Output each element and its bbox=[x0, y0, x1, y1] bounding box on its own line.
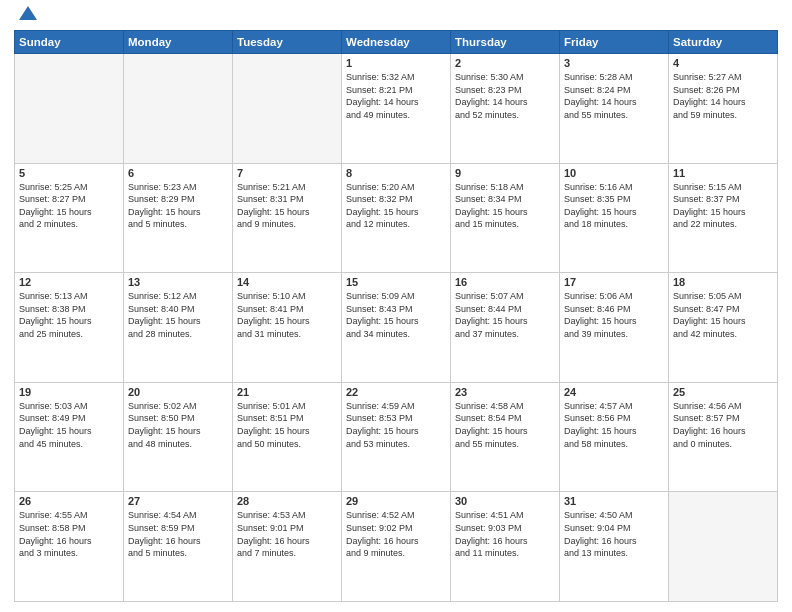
day-number: 12 bbox=[19, 276, 119, 288]
day-of-week-header: Sunday bbox=[15, 31, 124, 54]
day-info: Sunrise: 4:55 AM Sunset: 8:58 PM Dayligh… bbox=[19, 509, 119, 559]
calendar-day-cell: 2Sunrise: 5:30 AM Sunset: 8:23 PM Daylig… bbox=[451, 54, 560, 164]
day-number: 19 bbox=[19, 386, 119, 398]
day-info: Sunrise: 4:52 AM Sunset: 9:02 PM Dayligh… bbox=[346, 509, 446, 559]
calendar-header: SundayMondayTuesdayWednesdayThursdayFrid… bbox=[15, 31, 778, 54]
day-of-week-header: Saturday bbox=[669, 31, 778, 54]
calendar-day-cell: 4Sunrise: 5:27 AM Sunset: 8:26 PM Daylig… bbox=[669, 54, 778, 164]
day-of-week-header: Tuesday bbox=[233, 31, 342, 54]
calendar-day-cell: 23Sunrise: 4:58 AM Sunset: 8:54 PM Dayli… bbox=[451, 382, 560, 492]
calendar-day-cell: 7Sunrise: 5:21 AM Sunset: 8:31 PM Daylig… bbox=[233, 163, 342, 273]
day-number: 28 bbox=[237, 495, 337, 507]
logo-icon bbox=[17, 2, 39, 24]
day-info: Sunrise: 4:54 AM Sunset: 8:59 PM Dayligh… bbox=[128, 509, 228, 559]
day-number: 14 bbox=[237, 276, 337, 288]
day-info: Sunrise: 5:21 AM Sunset: 8:31 PM Dayligh… bbox=[237, 181, 337, 231]
day-info: Sunrise: 5:03 AM Sunset: 8:49 PM Dayligh… bbox=[19, 400, 119, 450]
day-of-week-header: Thursday bbox=[451, 31, 560, 54]
day-number: 1 bbox=[346, 57, 446, 69]
calendar-day-cell: 17Sunrise: 5:06 AM Sunset: 8:46 PM Dayli… bbox=[560, 273, 669, 383]
calendar-day-cell: 6Sunrise: 5:23 AM Sunset: 8:29 PM Daylig… bbox=[124, 163, 233, 273]
day-number: 26 bbox=[19, 495, 119, 507]
day-info: Sunrise: 5:13 AM Sunset: 8:38 PM Dayligh… bbox=[19, 290, 119, 340]
calendar-day-cell: 8Sunrise: 5:20 AM Sunset: 8:32 PM Daylig… bbox=[342, 163, 451, 273]
logo bbox=[14, 10, 39, 24]
calendar-day-cell: 3Sunrise: 5:28 AM Sunset: 8:24 PM Daylig… bbox=[560, 54, 669, 164]
calendar-day-cell: 10Sunrise: 5:16 AM Sunset: 8:35 PM Dayli… bbox=[560, 163, 669, 273]
calendar-day-cell: 30Sunrise: 4:51 AM Sunset: 9:03 PM Dayli… bbox=[451, 492, 560, 602]
day-info: Sunrise: 5:16 AM Sunset: 8:35 PM Dayligh… bbox=[564, 181, 664, 231]
day-number: 2 bbox=[455, 57, 555, 69]
day-number: 29 bbox=[346, 495, 446, 507]
day-info: Sunrise: 4:57 AM Sunset: 8:56 PM Dayligh… bbox=[564, 400, 664, 450]
day-number: 30 bbox=[455, 495, 555, 507]
calendar-day-cell: 19Sunrise: 5:03 AM Sunset: 8:49 PM Dayli… bbox=[15, 382, 124, 492]
calendar-day-cell: 25Sunrise: 4:56 AM Sunset: 8:57 PM Dayli… bbox=[669, 382, 778, 492]
day-info: Sunrise: 5:15 AM Sunset: 8:37 PM Dayligh… bbox=[673, 181, 773, 231]
calendar-day-cell: 15Sunrise: 5:09 AM Sunset: 8:43 PM Dayli… bbox=[342, 273, 451, 383]
calendar-day-cell: 1Sunrise: 5:32 AM Sunset: 8:21 PM Daylig… bbox=[342, 54, 451, 164]
calendar-week-row: 5Sunrise: 5:25 AM Sunset: 8:27 PM Daylig… bbox=[15, 163, 778, 273]
day-info: Sunrise: 5:30 AM Sunset: 8:23 PM Dayligh… bbox=[455, 71, 555, 121]
day-number: 17 bbox=[564, 276, 664, 288]
day-info: Sunrise: 5:07 AM Sunset: 8:44 PM Dayligh… bbox=[455, 290, 555, 340]
calendar-week-row: 19Sunrise: 5:03 AM Sunset: 8:49 PM Dayli… bbox=[15, 382, 778, 492]
day-number: 11 bbox=[673, 167, 773, 179]
day-number: 25 bbox=[673, 386, 773, 398]
day-info: Sunrise: 5:23 AM Sunset: 8:29 PM Dayligh… bbox=[128, 181, 228, 231]
day-info: Sunrise: 4:51 AM Sunset: 9:03 PM Dayligh… bbox=[455, 509, 555, 559]
day-number: 15 bbox=[346, 276, 446, 288]
calendar-day-cell: 31Sunrise: 4:50 AM Sunset: 9:04 PM Dayli… bbox=[560, 492, 669, 602]
day-number: 18 bbox=[673, 276, 773, 288]
day-number: 8 bbox=[346, 167, 446, 179]
day-number: 24 bbox=[564, 386, 664, 398]
day-number: 20 bbox=[128, 386, 228, 398]
calendar-day-cell bbox=[124, 54, 233, 164]
calendar-day-cell: 24Sunrise: 4:57 AM Sunset: 8:56 PM Dayli… bbox=[560, 382, 669, 492]
calendar-day-cell: 5Sunrise: 5:25 AM Sunset: 8:27 PM Daylig… bbox=[15, 163, 124, 273]
day-number: 27 bbox=[128, 495, 228, 507]
day-number: 7 bbox=[237, 167, 337, 179]
day-number: 21 bbox=[237, 386, 337, 398]
day-info: Sunrise: 5:28 AM Sunset: 8:24 PM Dayligh… bbox=[564, 71, 664, 121]
day-info: Sunrise: 4:53 AM Sunset: 9:01 PM Dayligh… bbox=[237, 509, 337, 559]
day-info: Sunrise: 5:20 AM Sunset: 8:32 PM Dayligh… bbox=[346, 181, 446, 231]
day-info: Sunrise: 5:06 AM Sunset: 8:46 PM Dayligh… bbox=[564, 290, 664, 340]
calendar-day-cell: 21Sunrise: 5:01 AM Sunset: 8:51 PM Dayli… bbox=[233, 382, 342, 492]
day-of-week-header: Monday bbox=[124, 31, 233, 54]
day-number: 22 bbox=[346, 386, 446, 398]
day-info: Sunrise: 5:27 AM Sunset: 8:26 PM Dayligh… bbox=[673, 71, 773, 121]
day-number: 9 bbox=[455, 167, 555, 179]
calendar-body: 1Sunrise: 5:32 AM Sunset: 8:21 PM Daylig… bbox=[15, 54, 778, 602]
day-info: Sunrise: 5:10 AM Sunset: 8:41 PM Dayligh… bbox=[237, 290, 337, 340]
svg-marker-0 bbox=[19, 6, 37, 20]
calendar-day-cell: 14Sunrise: 5:10 AM Sunset: 8:41 PM Dayli… bbox=[233, 273, 342, 383]
calendar-day-cell: 29Sunrise: 4:52 AM Sunset: 9:02 PM Dayli… bbox=[342, 492, 451, 602]
day-info: Sunrise: 5:18 AM Sunset: 8:34 PM Dayligh… bbox=[455, 181, 555, 231]
day-info: Sunrise: 4:59 AM Sunset: 8:53 PM Dayligh… bbox=[346, 400, 446, 450]
day-info: Sunrise: 5:09 AM Sunset: 8:43 PM Dayligh… bbox=[346, 290, 446, 340]
day-info: Sunrise: 5:02 AM Sunset: 8:50 PM Dayligh… bbox=[128, 400, 228, 450]
calendar-day-cell: 28Sunrise: 4:53 AM Sunset: 9:01 PM Dayli… bbox=[233, 492, 342, 602]
calendar-day-cell bbox=[233, 54, 342, 164]
day-info: Sunrise: 4:56 AM Sunset: 8:57 PM Dayligh… bbox=[673, 400, 773, 450]
day-number: 13 bbox=[128, 276, 228, 288]
day-info: Sunrise: 5:32 AM Sunset: 8:21 PM Dayligh… bbox=[346, 71, 446, 121]
calendar-day-cell: 18Sunrise: 5:05 AM Sunset: 8:47 PM Dayli… bbox=[669, 273, 778, 383]
day-number: 23 bbox=[455, 386, 555, 398]
calendar-day-cell: 13Sunrise: 5:12 AM Sunset: 8:40 PM Dayli… bbox=[124, 273, 233, 383]
day-number: 5 bbox=[19, 167, 119, 179]
day-of-week-header: Friday bbox=[560, 31, 669, 54]
day-info: Sunrise: 4:50 AM Sunset: 9:04 PM Dayligh… bbox=[564, 509, 664, 559]
calendar-week-row: 1Sunrise: 5:32 AM Sunset: 8:21 PM Daylig… bbox=[15, 54, 778, 164]
day-info: Sunrise: 4:58 AM Sunset: 8:54 PM Dayligh… bbox=[455, 400, 555, 450]
calendar-day-cell: 27Sunrise: 4:54 AM Sunset: 8:59 PM Dayli… bbox=[124, 492, 233, 602]
calendar-day-cell: 9Sunrise: 5:18 AM Sunset: 8:34 PM Daylig… bbox=[451, 163, 560, 273]
calendar-day-cell bbox=[15, 54, 124, 164]
day-number: 16 bbox=[455, 276, 555, 288]
day-info: Sunrise: 5:01 AM Sunset: 8:51 PM Dayligh… bbox=[237, 400, 337, 450]
header-row: SundayMondayTuesdayWednesdayThursdayFrid… bbox=[15, 31, 778, 54]
calendar-day-cell: 26Sunrise: 4:55 AM Sunset: 8:58 PM Dayli… bbox=[15, 492, 124, 602]
calendar-day-cell: 16Sunrise: 5:07 AM Sunset: 8:44 PM Dayli… bbox=[451, 273, 560, 383]
day-number: 3 bbox=[564, 57, 664, 69]
